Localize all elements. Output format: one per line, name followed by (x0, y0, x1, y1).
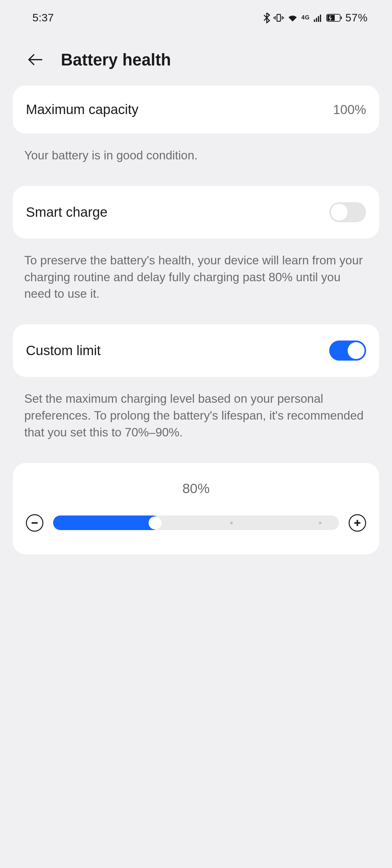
slider-tick (319, 522, 321, 524)
custom-limit-label: Custom limit (26, 343, 101, 358)
signal-icon (313, 13, 323, 23)
svg-rect-6 (316, 18, 317, 22)
slider-value-label: 80% (26, 481, 366, 496)
page-header: Battery health (0, 30, 392, 86)
max-capacity-row[interactable]: Maximum capacity 100% (26, 102, 366, 117)
plus-icon (352, 518, 363, 528)
increase-button[interactable] (349, 514, 366, 532)
limit-slider[interactable] (53, 516, 339, 530)
slider-controls (26, 514, 366, 532)
custom-limit-toggle[interactable] (329, 341, 366, 361)
slider-tick (230, 522, 233, 524)
max-capacity-value: 100% (333, 102, 366, 117)
smart-charge-description: To preserve the battery's health, your d… (0, 239, 392, 309)
vibrate-icon (273, 13, 284, 23)
smart-charge-row: Smart charge (26, 202, 366, 222)
custom-limit-description: Set the maximum charging level based on … (0, 377, 392, 447)
battery-icon (326, 13, 342, 22)
svg-rect-8 (320, 14, 321, 22)
slider-fill (53, 516, 160, 530)
status-icons: 4G 57% (263, 12, 368, 24)
status-bar: 5:37 4G 57% (0, 0, 392, 30)
back-arrow-icon (27, 52, 43, 68)
bluetooth-icon (263, 12, 270, 23)
max-capacity-description: Your battery is in good condition. (0, 133, 392, 170)
custom-limit-card: Custom limit (13, 324, 379, 377)
battery-percent-label: 57% (346, 12, 368, 24)
slider-thumb[interactable] (149, 517, 162, 529)
svg-rect-5 (314, 20, 315, 22)
smart-charge-label: Smart charge (26, 205, 107, 220)
page-title: Battery health (61, 50, 171, 69)
decrease-button[interactable] (26, 514, 43, 532)
wifi-icon (287, 12, 298, 23)
svg-rect-11 (341, 17, 342, 19)
max-capacity-label: Maximum capacity (26, 102, 138, 117)
network-type-label: 4G (301, 14, 310, 21)
status-time: 5:37 (32, 11, 54, 24)
max-capacity-card: Maximum capacity 100% (13, 86, 379, 133)
smart-charge-card: Smart charge (13, 186, 379, 239)
limit-slider-card: 80% (13, 463, 379, 554)
back-button[interactable] (25, 50, 45, 69)
custom-limit-row: Custom limit (26, 341, 366, 361)
svg-rect-0 (277, 14, 281, 21)
smart-charge-toggle[interactable] (329, 202, 366, 222)
svg-rect-7 (318, 16, 319, 22)
minus-icon (29, 518, 40, 528)
